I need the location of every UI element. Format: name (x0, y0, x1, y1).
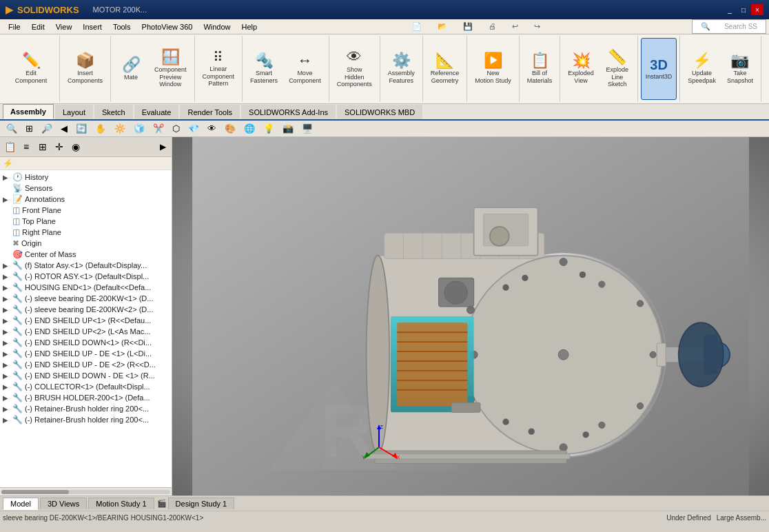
tree-item-right-plane[interactable]: ◫ Right Plane (0, 227, 172, 238)
tab-layout[interactable]: Layout (55, 105, 93, 119)
quick-undo[interactable]: ↩ (506, 21, 524, 32)
tree-item-rotor[interactable]: ▶ 🔧 (-) ROTOR ASY.<1> (Default<Displ... (0, 271, 172, 282)
cmd-pan[interactable]: ✋ (92, 121, 110, 136)
quick-new[interactable]: 📄 (407, 21, 427, 32)
quick-open[interactable]: 📂 (432, 21, 453, 32)
mate-button[interactable]: 🔗 Mate (114, 38, 148, 100)
cmd-appearance[interactable]: 🎨 (221, 121, 239, 136)
take-snapshot-button[interactable]: 📷 TakeSnapshot (722, 38, 758, 100)
tab-render-tools[interactable]: Render Tools (180, 105, 240, 119)
tab-motion-study-1[interactable]: Motion Study 1 (88, 498, 154, 509)
menu-tools[interactable]: Tools (107, 21, 136, 32)
menu-file[interactable]: File (3, 21, 26, 32)
maximize-button[interactable]: □ (737, 4, 750, 15)
menu-help[interactable]: Help (236, 21, 263, 32)
bill-of-materials-button[interactable]: 📋 Bill ofMaterials (522, 38, 557, 100)
tree-item-sleeve-2[interactable]: ▶ 🔧 (-) sleeve bearing DE-200KW<2> (D... (0, 304, 172, 315)
window-controls[interactable]: _ □ × (724, 4, 763, 15)
panel-dim-xpert[interactable]: ✛ (51, 139, 68, 155)
move-component-button[interactable]: ↔️ MoveComponent (284, 38, 326, 100)
feature-tree[interactable]: ▶ 🕐 History 📡 Sensors ▶ 📝 Annotations ◫ … (0, 170, 172, 487)
linear-pattern-button[interactable]: ⠿ LinearComponentPattern (198, 38, 240, 100)
tab-assembly[interactable]: Assembly (3, 104, 54, 119)
quick-redo[interactable]: ↪ (529, 21, 546, 32)
3d-viewport[interactable]: RSSE (172, 137, 769, 495)
cmd-zoom-to-fit[interactable]: ⊞ (22, 121, 37, 136)
smart-fasteners-button[interactable]: 🔩 SmartFasteners (245, 38, 283, 100)
menu-window[interactable]: Window (198, 21, 236, 32)
cmd-zoom[interactable]: 🔆 (111, 121, 129, 136)
cmd-previous-view[interactable]: ◀ (57, 121, 71, 136)
tree-item-housing-end[interactable]: ▶ 🔧 HOUSING END<1> (Default<<Defa... (0, 282, 172, 293)
tab-solidworks-addins[interactable]: SOLIDWORKS Add-Ins (241, 105, 336, 119)
cmd-rotate[interactable]: 🔄 (72, 121, 90, 136)
menu-insert[interactable]: Insert (77, 21, 107, 32)
tab-model[interactable]: Model (3, 498, 39, 510)
exploded-view-icon: 💥 (572, 53, 591, 68)
show-hidden-button[interactable]: 👁 ShowHiddenComponents (332, 38, 377, 100)
tree-item-end-sheild-down-de1[interactable]: ▶ 🔧 (-) END SHEILD DOWN - DE <1> (R... (0, 370, 172, 381)
tab-solidworks-mbd[interactable]: SOLIDWORKS MBD (337, 105, 422, 119)
component-preview-button[interactable]: 🪟 ComponentPreviewWindow (150, 38, 192, 100)
tree-item-retainer-1[interactable]: ▶ 🔧 (-) Retainer-Brush holder ring 200<.… (0, 403, 172, 414)
tree-item-top-plane[interactable]: ◫ Top Plane (0, 216, 172, 227)
reference-geometry-button[interactable]: 📐 ReferenceGeometry (426, 38, 464, 100)
tree-item-history[interactable]: ▶ 🕐 History (0, 172, 172, 183)
edit-component-button[interactable]: ✏️ Edit Component (6, 38, 57, 100)
explode-line-sketch-button[interactable]: 📏 ExplodeLineSketch (600, 38, 635, 100)
tree-item-front-plane[interactable]: ◫ Front Plane (0, 205, 172, 216)
tree-item-annotations[interactable]: ▶ 📝 Annotations (0, 194, 172, 205)
search-box[interactable]: 🔍 Search SS (692, 19, 766, 34)
minimize-button[interactable]: _ (724, 4, 736, 15)
tree-item-end-sheild-up-de1[interactable]: ▶ 🔧 (-) END SHEILD UP - DE <1> (L<Di... (0, 348, 172, 359)
tab-design-study-1[interactable]: Design Study 1 (168, 498, 235, 509)
tree-item-brush-holder[interactable]: ▶ 🔧 (-) BRUSH HOLDER-200<1> (Defa... (0, 392, 172, 403)
quick-save[interactable]: 💾 (458, 21, 478, 32)
cmd-zoom-in-area[interactable]: 🔎 (38, 121, 56, 136)
cmd-search[interactable]: 🔍 (3, 121, 21, 136)
tree-item-stator[interactable]: ▶ 🔧 (f) Stator Asy.<1> (Default<Display.… (0, 260, 172, 271)
panel-expand-arrow[interactable]: ▶ (160, 142, 170, 152)
tree-item-sensors[interactable]: 📡 Sensors (0, 183, 172, 194)
cmd-section-view[interactable]: ✂️ (150, 121, 167, 136)
panel-display-manager[interactable]: ◉ (68, 139, 84, 155)
scrollbar-track[interactable] (1, 490, 170, 494)
tree-item-center-of-mass[interactable]: 🎯 Center of Mass (0, 249, 172, 260)
tree-item-end-sheild-up1[interactable]: ▶ 🔧 (-) END SHEILD UP<1> (R<<Defau... (0, 315, 172, 326)
cmd-camera[interactable]: 📸 (279, 121, 297, 136)
panel-feature-manager[interactable]: 📋 (1, 139, 18, 155)
tab-3d-views[interactable]: 3D Views (40, 498, 87, 509)
quick-print[interactable]: 🖨 (483, 21, 502, 32)
tree-item-end-sheild-up-de2[interactable]: ▶ 🔧 (-) END SHEILD UP - DE <2> (R<<D... (0, 359, 172, 370)
cmd-view-orientation[interactable]: ⬡ (169, 121, 183, 136)
tree-item-end-sheild-up2[interactable]: ▶ 🔧 (-) END SHEILD UP<2> (L<As Mac... (0, 326, 172, 337)
panel-configuration-manager[interactable]: ⊞ (34, 139, 51, 155)
update-speedpak-button[interactable]: ⚡ UpdateSpeedpak (683, 38, 721, 100)
cmd-scene[interactable]: 🌐 (240, 121, 258, 136)
tree-item-sleeve-1[interactable]: ▶ 🔧 (-) sleeve bearing DE-200KW<1> (D... (0, 293, 172, 304)
cmd-lighting[interactable]: 💡 (260, 121, 278, 136)
close-button[interactable]: × (751, 4, 763, 15)
tree-item-collector[interactable]: ▶ 🔧 (-) COLLECTOR<1> (Default<Displ... (0, 381, 172, 392)
tree-item-end-sheild-down1[interactable]: ▶ 🔧 (-) END SHEILD DOWN<1> (R<<Di... (0, 337, 172, 348)
tree-item-origin[interactable]: ✖ Origin (0, 238, 172, 249)
cmd-monitor[interactable]: 🖥️ (298, 121, 316, 136)
tree-horizontal-scrollbar[interactable] (0, 487, 172, 495)
menu-photoview[interactable]: PhotoView 360 (136, 21, 198, 32)
menu-edit[interactable]: Edit (26, 21, 50, 32)
new-motion-study-button[interactable]: ▶️ NewMotion Study (470, 38, 516, 100)
menu-view[interactable]: View (50, 21, 78, 32)
cmd-hide-show[interactable]: 👁 (204, 121, 220, 136)
tree-item-retainer-2[interactable]: ▶ 🔧 (-) Retainer-Brush holder ring 200<.… (0, 414, 172, 425)
cmd-3d-view[interactable]: 🧊 (130, 121, 148, 136)
tab-evaluate[interactable]: Evaluate (134, 105, 179, 119)
instant3d-button[interactable]: 3D Instant3D (641, 38, 677, 100)
panel-property-manager[interactable]: ≡ (18, 139, 34, 155)
exploded-view-button[interactable]: 💥 ExplodedView (563, 38, 599, 100)
cmd-display-style[interactable]: 💎 (185, 121, 203, 136)
tab-sketch[interactable]: Sketch (94, 105, 133, 119)
svg-point-23 (560, 444, 567, 451)
scrollbar-thumb[interactable] (1, 490, 69, 494)
assembly-features-button[interactable]: ⚙️ AssemblyFeatures (383, 38, 420, 100)
insert-components-button[interactable]: 📦 InsertComponents (63, 38, 107, 100)
